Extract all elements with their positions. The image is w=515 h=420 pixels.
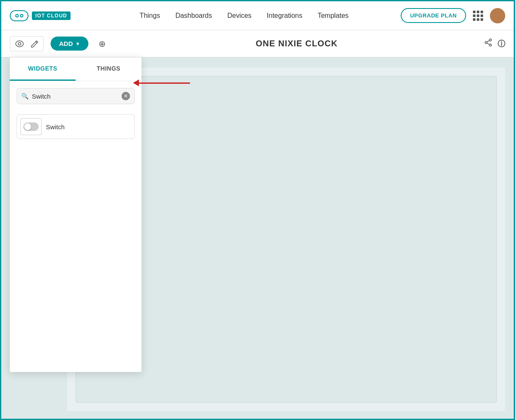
svg-line-6	[487, 43, 490, 45]
tab-widgets[interactable]: WIDGETS	[10, 57, 76, 81]
apps-grid-icon[interactable]	[473, 11, 483, 21]
nav-devices[interactable]: Devices	[227, 12, 252, 20]
svg-line-5	[487, 40, 490, 42]
main-nav: Things Dashboards Devices Integrations T…	[88, 12, 401, 20]
user-avatar[interactable]	[490, 8, 505, 23]
edit-icon[interactable]	[29, 38, 40, 49]
svg-point-2	[490, 39, 492, 41]
logo-circle-left	[15, 14, 19, 17]
search-area: 🔍 ✕	[10, 81, 141, 111]
info-icon[interactable]: ⓘ	[498, 39, 505, 49]
logo-area: IOT CLOUD	[10, 10, 71, 21]
view-edit-icons	[10, 36, 44, 51]
arrow-head	[133, 79, 139, 86]
tab-things[interactable]: THINGS	[76, 57, 141, 81]
grid-dot	[477, 11, 479, 13]
widget-results-list: Switch	[10, 111, 141, 142]
svg-point-3	[490, 44, 492, 46]
arrow-line	[139, 82, 190, 84]
main-content-area: WIDGETS THINGS 🔍 ✕ Switch	[1, 57, 514, 420]
add-button-arrow: ▼	[76, 41, 80, 46]
svg-point-1	[18, 43, 21, 45]
switch-widget-icon-box	[20, 118, 42, 135]
nav-things[interactable]: Things	[140, 12, 160, 20]
nav-dashboards[interactable]: Dashboards	[175, 12, 212, 20]
grid-dot	[481, 11, 483, 13]
panel-tabs: WIDGETS THINGS	[10, 57, 141, 81]
search-input[interactable]	[32, 93, 118, 100]
dashboard-toolbar: ADD ▼ ⊕ ONE NIXIE CLOCK ⓘ	[1, 30, 514, 57]
toggle-switch-icon	[23, 122, 39, 131]
toggle-knob	[24, 123, 31, 130]
logo-circle-right	[20, 14, 23, 17]
brand-name: IOT CLOUD	[32, 11, 71, 20]
dashboard-title: ONE NIXIE CLOCK	[116, 39, 477, 48]
annotation-arrow	[133, 79, 190, 86]
svg-point-4	[485, 42, 487, 44]
nav-templates[interactable]: Templates	[317, 12, 348, 20]
switch-widget-label: Switch	[46, 123, 65, 131]
search-box: 🔍 ✕	[17, 88, 135, 104]
add-button-label: ADD	[59, 40, 73, 47]
toolbar-right-actions: ⓘ	[484, 38, 505, 49]
widget-dropdown-panel: WIDGETS THINGS 🔍 ✕ Switch	[10, 57, 141, 372]
grid-dot	[473, 18, 475, 21]
search-icon: 🔍	[21, 93, 28, 99]
nav-integrations[interactable]: Integrations	[267, 12, 303, 20]
share-icon[interactable]	[484, 38, 492, 49]
top-navigation: IOT CLOUD Things Dashboards Devices Inte…	[1, 1, 514, 30]
widget-item-switch[interactable]: Switch	[17, 114, 135, 139]
upgrade-plan-button[interactable]: UPGRADE PLAN	[401, 8, 466, 23]
grid-dot	[477, 14, 479, 17]
arduino-logo-icon	[10, 10, 28, 21]
grid-dot	[473, 14, 475, 17]
nav-right-area: UPGRADE PLAN	[401, 8, 505, 23]
grid-dot	[477, 18, 479, 21]
move-icon[interactable]: ⊕	[95, 37, 109, 51]
grid-dot	[481, 14, 483, 17]
svg-point-0	[16, 41, 23, 47]
add-button[interactable]: ADD ▼	[51, 37, 88, 51]
grid-dot	[481, 18, 483, 21]
clear-search-button[interactable]: ✕	[122, 92, 130, 100]
preview-icon[interactable]	[14, 38, 25, 49]
grid-dot	[473, 11, 475, 13]
